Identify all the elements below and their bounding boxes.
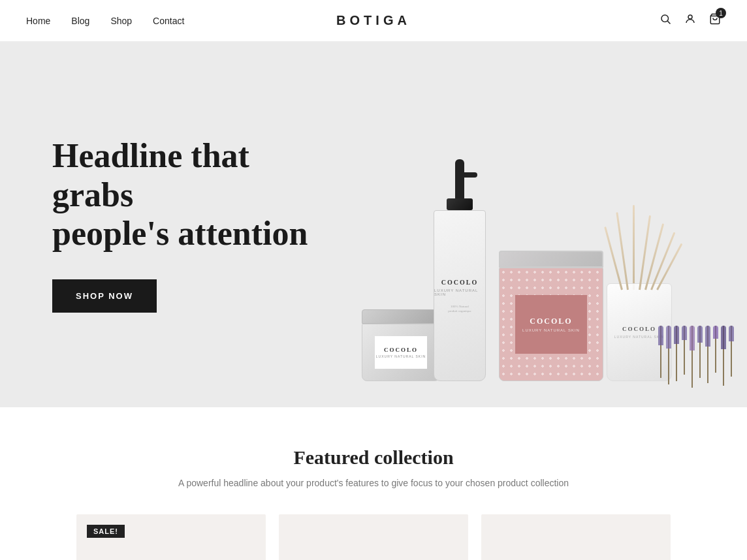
svg-point-0 [661,15,669,22]
card-image-2 [279,514,468,560]
hero-headline: Headline that grabs people's attention [52,136,326,253]
nav-links: Home Blog Shop Contact [26,16,184,26]
site-logo: BOTIGA [336,13,411,28]
product-card-1[interactable]: SALE! [76,514,266,560]
navbar: Home Blog Shop Contact BOTIGA 1 [0,0,747,42]
product-pump-bottle: COCOLO LUXURY NATURAL SKIN 100% Naturalp… [427,159,492,381]
product-jar-pink: COCOLO LUXURY NATURAL SKIN [499,251,603,381]
nav-icons: 1 [660,13,721,28]
cart-icon[interactable]: 1 [709,13,721,28]
featured-title: Featured collection [26,446,721,469]
hero-section: Headline that grabs people's attention S… [0,42,747,407]
shop-now-button[interactable]: SHOP NOW [52,279,157,313]
hero-products: COCOLO LUXURY NATURAL SKIN COCOLO LUXURY… [342,42,747,407]
lavender-decoration [658,326,734,388]
search-icon[interactable] [660,13,671,28]
svg-line-1 [667,21,670,23]
product-grid: SALE! [26,514,721,560]
svg-point-2 [688,15,692,19]
user-icon[interactable] [684,13,696,28]
cart-count: 1 [716,8,726,18]
nav-shop[interactable]: Shop [110,16,132,26]
featured-section: Featured collection A powerful headline … [0,407,747,560]
hero-text: Headline that grabs people's attention S… [0,97,379,352]
featured-subtitle: A powerful headline about your product's… [26,478,721,488]
product-card-2[interactable] [279,514,468,560]
sale-badge: SALE! [87,525,125,538]
nav-blog[interactable]: Blog [71,16,89,26]
product-card-3[interactable] [481,514,671,560]
card-image-3 [481,514,671,560]
nav-contact[interactable]: Contact [153,16,184,26]
nav-home[interactable]: Home [26,16,50,26]
